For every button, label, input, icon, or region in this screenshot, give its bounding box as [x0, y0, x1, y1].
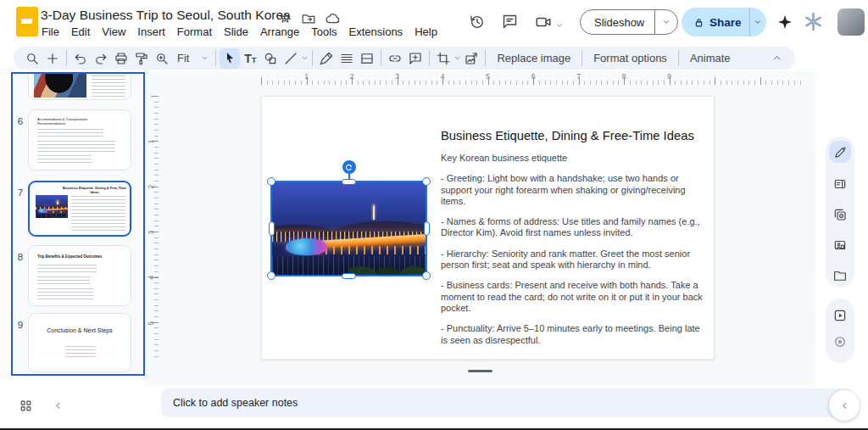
version-history-icon[interactable] — [468, 13, 486, 34]
resize-handle-n[interactable] — [342, 179, 356, 185]
account-avatar[interactable] — [837, 8, 865, 36]
text-line-placeholder — [37, 129, 103, 137]
collapse-side-panel-button[interactable] — [829, 390, 860, 421]
resize-handle-ne[interactable] — [422, 177, 431, 186]
resize-handle-se[interactable] — [422, 271, 431, 280]
collapse-toolbar-icon[interactable] — [766, 48, 787, 69]
insert-link-icon[interactable] — [385, 48, 405, 69]
border-weight-icon[interactable] — [337, 48, 357, 69]
text-line-placeholder — [37, 155, 92, 165]
new-slide-icon[interactable] — [42, 48, 63, 69]
ruler-number: 3 — [393, 72, 402, 81]
share-button[interactable]: Share — [709, 16, 742, 29]
ruler-number: 7 — [575, 72, 583, 81]
border-dash-icon[interactable] — [357, 48, 377, 69]
ruler-number: 9 — [665, 72, 674, 81]
line-dropdown-icon[interactable] — [301, 54, 309, 62]
resize-handle-nw[interactable] — [267, 177, 275, 186]
assistant-swirl-icon[interactable] — [802, 10, 825, 36]
current-slide[interactable]: Business Etiquette, Dining & Free-Time I… — [261, 96, 715, 360]
lock-icon — [693, 16, 705, 29]
slide-number-6: 6 — [14, 116, 26, 126]
record-icon[interactable] — [832, 334, 848, 349]
replace-image-icon[interactable] — [461, 48, 481, 69]
share-dropdown-icon[interactable] — [749, 18, 766, 26]
slide-thumbnail-9[interactable]: Conclusion & Next Steps — [28, 313, 131, 372]
text-line-placeholder — [37, 265, 97, 273]
crop-icon[interactable] — [433, 48, 453, 69]
resize-handle-e[interactable] — [424, 221, 430, 236]
folder-icon[interactable] — [832, 268, 848, 283]
menu-insert[interactable]: Insert — [131, 24, 171, 40]
speaker-notes[interactable]: Click to add speaker notes — [161, 388, 853, 417]
menu-format[interactable]: Format — [171, 24, 218, 40]
gemini-sparkle-icon[interactable] — [776, 14, 793, 34]
meet-camera-icon[interactable] — [534, 13, 553, 35]
menu-extensions[interactable]: Extensions — [343, 24, 409, 40]
notes-resize-handle[interactable] — [468, 370, 492, 372]
seoul-night-image[interactable] — [272, 182, 426, 275]
animate-button[interactable]: Animate — [682, 52, 738, 64]
resize-handle-sw[interactable] — [267, 271, 275, 280]
ruler-number: 5 — [146, 318, 156, 328]
workspace: 6 Accommodation & Transportation Recomme… — [0, 71, 868, 430]
resize-handle-w[interactable] — [269, 221, 275, 236]
slide-filmstrip: 6 Accommodation & Transportation Recomme… — [11, 72, 145, 376]
text-line-placeholder — [65, 346, 96, 360]
undo-icon[interactable] — [70, 48, 91, 69]
selected-image[interactable] — [270, 181, 427, 276]
insert-line-icon[interactable] — [281, 48, 301, 69]
slide-number-8: 8 — [14, 252, 26, 262]
resize-handle-s[interactable] — [342, 273, 356, 279]
ai-assist-icon[interactable] — [829, 141, 851, 163]
menu-tools[interactable]: Tools — [305, 24, 342, 40]
replace-image-button[interactable]: Replace image — [489, 52, 578, 64]
pen-icon[interactable] — [316, 48, 337, 69]
slideshow-dropdown-icon[interactable] — [655, 18, 677, 26]
slide-thumbnail-7-selected[interactable]: Business Etiquette, Dining & Free-Time I… — [28, 181, 131, 237]
print-icon[interactable] — [111, 48, 131, 69]
zoom-fit-select[interactable]: Fit — [172, 52, 212, 64]
side-panel-group-bottom — [826, 299, 854, 363]
ruler-number: 1 — [146, 137, 156, 147]
crop-dropdown-icon[interactable] — [453, 54, 461, 62]
document-title[interactable]: 3-Day Business Trip to Seoul, South Kore… — [41, 8, 291, 23]
menu-help[interactable]: Help — [409, 24, 443, 40]
slideshow-button[interactable]: Slideshow — [581, 16, 654, 29]
menu-edit[interactable]: Edit — [65, 24, 96, 40]
menu-arrange[interactable]: Arrange — [254, 24, 305, 40]
collapse-filmstrip-icon[interactable] — [47, 395, 68, 416]
zoom-icon[interactable] — [152, 48, 172, 69]
slide-body-textbox[interactable]: Key Korean business etiquette - Greeting… — [441, 153, 705, 355]
comments-icon[interactable] — [501, 13, 519, 34]
menu-slide[interactable]: Slide — [218, 24, 254, 40]
menu-view[interactable]: View — [96, 24, 131, 40]
format-options-button[interactable]: Format options — [586, 52, 675, 64]
outline-panel-icon[interactable] — [832, 176, 848, 192]
menu-file[interactable]: File — [36, 24, 65, 40]
ruler-number: 4 — [146, 272, 156, 282]
rotate-handle[interactable] — [342, 160, 356, 174]
grid-view-icon[interactable] — [15, 395, 36, 416]
side-panel-group-top — [826, 137, 854, 288]
slide-paragraph: - Greeting: Light bow with a handshake; … — [441, 173, 705, 207]
toolbar: Fit TT Replace image Format options Anim… — [14, 47, 795, 70]
slide-title-textbox[interactable]: Business Etiquette, Dining & Free-Time I… — [441, 129, 708, 142]
ruler-number: 3 — [146, 227, 156, 237]
add-comment-icon[interactable] — [405, 48, 426, 69]
redo-icon[interactable] — [91, 48, 111, 69]
image-search-icon[interactable] — [832, 237, 848, 253]
search-menus-icon[interactable] — [22, 48, 42, 69]
insert-shape-icon[interactable] — [260, 48, 281, 69]
select-tool-icon[interactable] — [220, 48, 240, 69]
meet-dropdown-icon[interactable] — [555, 18, 564, 33]
slide-thumbnail-6[interactable]: Accommodation & Transportation Recommend… — [28, 109, 131, 170]
image-stack-icon[interactable] — [832, 207, 848, 222]
text-box-icon[interactable]: TT — [240, 48, 260, 69]
ruler-number: 2 — [348, 72, 356, 81]
ruler-number: 1 — [303, 72, 311, 81]
slide-thumbnail-5-partial[interactable] — [28, 72, 131, 100]
play-media-icon[interactable] — [832, 308, 848, 323]
paint-format-icon[interactable] — [131, 48, 152, 69]
slide-thumbnail-8[interactable]: Trip Benefits & Expected Outcomes — [28, 245, 131, 306]
